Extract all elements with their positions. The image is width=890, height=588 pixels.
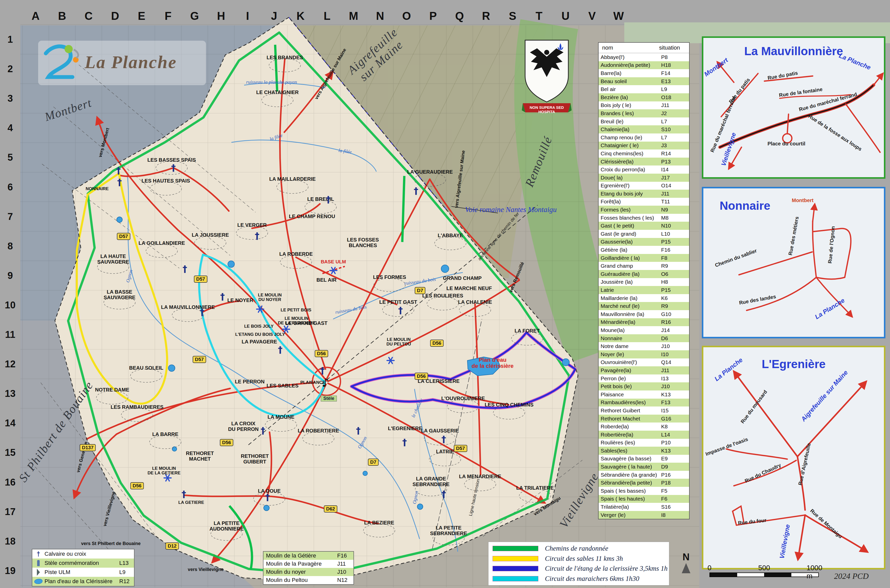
grid-number: 6: [8, 182, 13, 192]
inset-street-label: Aigrefeuille sur Maine: [800, 369, 849, 423]
inset-street-label: La Planche: [813, 297, 846, 321]
index-row: Pavagère(la)J11: [599, 366, 689, 375]
grid-number: 16: [5, 477, 15, 488]
index-row: Roulières (les)P10: [599, 439, 689, 447]
index-row-ref: R9: [661, 303, 689, 309]
index-row-ref: L10: [661, 231, 689, 237]
index-row-name: Spais ( les basses): [599, 488, 661, 494]
index-row: Mauvillonnière (la)G10: [599, 310, 689, 318]
inset-street-label: Rue du mousard: [740, 389, 768, 424]
grid-number: 8: [8, 240, 13, 251]
grid-letter: B: [58, 10, 66, 22]
index-row: Ménardière(la)R16: [599, 318, 689, 326]
index-row-name: Rambaudières(les): [599, 399, 661, 405]
index-row: Bel airL9: [599, 85, 689, 93]
index-row-name: Gast (le grand): [599, 231, 661, 237]
index-row: Rambaudières(les)F13: [599, 399, 689, 407]
index-row-name: Sauvagère (la basse): [599, 456, 661, 462]
index-row: Joussière (la)H8: [599, 278, 689, 286]
index-row-name: Pavagère(la): [599, 368, 661, 374]
index-row-ref: E13: [661, 78, 689, 84]
index-row-name: Ouvrouinière(l'): [599, 359, 661, 365]
legend-moulin-label: Moulin de la Gétière: [263, 552, 337, 559]
index-row-ref: F5: [661, 488, 689, 494]
index-row-ref: F6: [661, 496, 689, 502]
index-row: Rethoret MachetG16: [599, 415, 689, 423]
index-table-body: Abbaye(l')P8Audonnière(la petite)H18Barr…: [599, 53, 689, 519]
index-row: Sauvagère (la basse)E9: [599, 455, 689, 463]
index-row-ref: D6: [661, 335, 689, 341]
index-row-name: Sébrandière(la petite): [599, 480, 661, 486]
index-row: Grand champR9: [599, 262, 689, 270]
inset-street-label: Chemin du sablier: [714, 248, 758, 268]
index-row-name: Gausserie(la): [599, 239, 661, 245]
legend-symbol-ref: R12: [119, 578, 134, 585]
inset-street-label: Rue du maréchal ferrand: [798, 91, 858, 112]
index-row-name: Chalenie(la): [599, 126, 661, 132]
index-row-ref: L9: [661, 86, 689, 92]
index-row-ref: I10: [661, 351, 689, 357]
inset-street-label: Rue d'Aigrefeuille: [797, 442, 812, 486]
index-row: Chalenie(la)S10: [599, 125, 689, 134]
inset-street-label: Rue des landes: [739, 294, 776, 306]
inset-street-label: Rue des métiers: [787, 216, 800, 256]
index-row-ref: H18: [661, 62, 689, 68]
index-row-ref: Q14: [661, 359, 689, 365]
index-row-name: Croix du perron(la): [599, 166, 661, 172]
index-row-ref: O14: [661, 183, 689, 189]
legend-moulin-label: Moulin de la Pavagère: [263, 561, 337, 567]
stele-icon: [37, 560, 40, 566]
inset-street-label: Rue du four: [738, 517, 767, 526]
index-row-ref: F8: [661, 255, 689, 261]
grid-number: 1: [8, 34, 13, 45]
legend-moulin-row: Moulin du PeltouN12: [263, 576, 353, 584]
grid-letter: M: [349, 10, 358, 22]
index-row-name: Grand champ: [599, 263, 661, 269]
index-row-ref: L7: [661, 135, 689, 141]
cross-icon: †: [37, 550, 40, 558]
index-row-ref: L7: [661, 118, 689, 124]
index-row: LatrieP15: [599, 286, 689, 294]
index-row-name: Brandes ( les): [599, 110, 661, 116]
grid-number: 13: [5, 388, 15, 399]
index-row: Bois joly ( le)J11: [599, 101, 689, 110]
grid-number: 19: [5, 565, 15, 576]
inset-street-label: Rue du Chaudry: [744, 462, 782, 484]
legend-symbol-row: Stèle commémorationL13: [32, 558, 134, 568]
index-row-ref: J10: [661, 383, 689, 390]
index-row-ref: S10: [661, 126, 689, 132]
index-row: Roberde(la)K8: [599, 423, 689, 430]
index-row-name: Audonnière(la petite): [599, 62, 661, 68]
grid-letter: H: [217, 10, 225, 22]
grid-letter: C: [85, 10, 93, 22]
index-row-name: Sauvagère ( la haute): [599, 464, 661, 470]
map-sheet: ABCDEFGHIJKLMNOPQRSTUVW 1234567891011121…: [0, 0, 890, 588]
grid-number: 15: [5, 447, 15, 458]
legend-symbols: †Calvaire ou croixStèle commémorationL13…: [32, 549, 135, 586]
index-row: Gast ( le petit)N10: [599, 222, 689, 230]
index-row: Sébrandière (la grande)P16: [599, 471, 689, 479]
index-row-name: Sébrandière (la grande): [599, 472, 661, 478]
grid-letter: S: [509, 10, 516, 22]
index-row-name: Ménardière(la): [599, 319, 661, 325]
inset-l-egreniere: L'Egrenière La PlancheRue du mousardAigr…: [702, 346, 885, 570]
index-row: Beau soleilE13: [599, 77, 689, 86]
legend-symbol-ref: L13: [119, 560, 134, 566]
legend-symbol-row: †Calvaire ou croix: [32, 549, 134, 558]
grid-letter: L: [324, 10, 330, 22]
north-arrow-icon: [682, 563, 690, 573]
index-row-ref: J14: [661, 327, 689, 333]
index-row-ref: P10: [661, 440, 689, 446]
commune-logo: La Planche: [38, 42, 177, 82]
inset-street-label: Rue de la fosse aux loups: [807, 113, 863, 152]
trail-label: Circuit des maraichers 6kms 1h30: [545, 575, 639, 583]
index-row: Fosses blanches ( les)M8: [599, 214, 689, 222]
index-row: Trilatière(la)S16: [599, 503, 689, 511]
index-row-ref: I8: [661, 512, 689, 518]
index-row-name: Forêt(la): [599, 198, 661, 205]
index-row: Maillarderie (la)K6: [599, 294, 689, 302]
trail-color-bar: [492, 556, 538, 561]
legend-symbol-row: Piste ULML9: [32, 568, 134, 577]
index-row-ref: J11: [661, 190, 689, 197]
index-row-ref: J2: [661, 110, 689, 116]
